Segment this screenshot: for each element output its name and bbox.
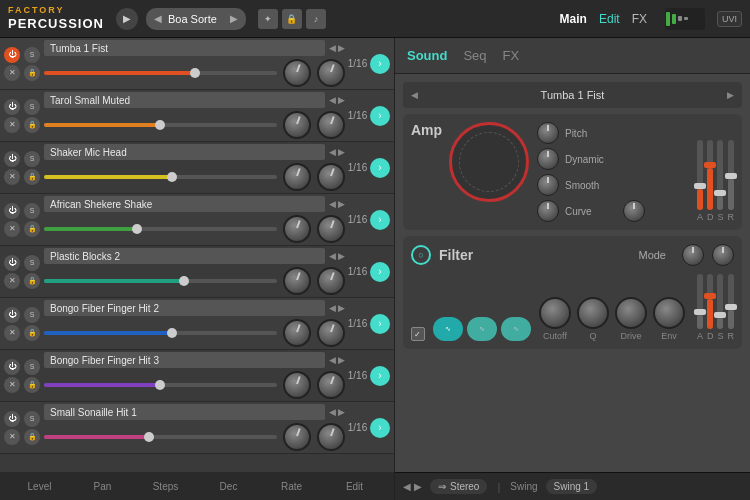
track-lock-button[interactable]: 🔒	[24, 377, 40, 393]
filter-type-hp[interactable]: ∿	[501, 317, 531, 341]
track-next-arrow[interactable]: ▶	[338, 199, 345, 209]
strip-next-button[interactable]: ▶	[414, 481, 422, 492]
track-next-arrow[interactable]: ▶	[338, 303, 345, 313]
track-pan-knob[interactable]	[283, 267, 311, 295]
filter-power-button[interactable]: ○	[411, 245, 431, 265]
track-edit-button[interactable]: ›	[370, 54, 390, 74]
lock-icon[interactable]: 🔒	[282, 9, 302, 29]
preset-next-button[interactable]: ▶	[230, 13, 238, 24]
right-nav-sound[interactable]: Sound	[407, 48, 447, 63]
filter-checkbox[interactable]: ✓	[411, 327, 425, 341]
track-knob2[interactable]	[317, 111, 345, 139]
top-nav-main[interactable]: Main	[560, 12, 587, 26]
track-lock-button[interactable]: 🔒	[24, 169, 40, 185]
track-solo-button[interactable]: S	[24, 255, 40, 271]
track-knob2[interactable]	[317, 423, 345, 451]
track-power-button[interactable]: ⏻	[4, 359, 20, 375]
track-next-arrow[interactable]: ▶	[338, 355, 345, 365]
track-prev-arrow[interactable]: ◀	[329, 43, 336, 53]
track-name[interactable]: Tumba 1 Fist	[44, 40, 325, 56]
track-power-button[interactable]: ⏻	[4, 255, 20, 271]
filter-type-bp[interactable]: ∿	[467, 317, 497, 341]
filter-r-slider[interactable]	[728, 274, 734, 329]
track-name[interactable]: Shaker Mic Head	[44, 144, 325, 160]
track-edit-button[interactable]: ›	[370, 210, 390, 230]
filter-type-lp[interactable]: ∿	[433, 317, 463, 341]
amp-r-slider[interactable]	[728, 140, 734, 210]
track-edit-button[interactable]: ›	[370, 106, 390, 126]
level-slider[interactable]	[44, 71, 277, 75]
track-mute-button[interactable]: ✕	[4, 65, 20, 81]
track-mute-button[interactable]: ✕	[4, 169, 20, 185]
track-mute-button[interactable]: ✕	[4, 377, 20, 393]
level-slider[interactable]	[44, 331, 277, 335]
track-prev-arrow[interactable]: ◀	[329, 147, 336, 157]
track-power-button[interactable]: ⏻	[4, 99, 20, 115]
track-next-arrow[interactable]: ▶	[338, 407, 345, 417]
track-power-button[interactable]: ⏻	[4, 151, 20, 167]
track-prev-arrow[interactable]: ◀	[329, 199, 336, 209]
midi-icon[interactable]: ♪	[306, 9, 326, 29]
track-pan-knob[interactable]	[283, 423, 311, 451]
track-solo-button[interactable]: S	[24, 411, 40, 427]
track-prev-arrow[interactable]: ◀	[329, 95, 336, 105]
track-lock-button[interactable]: 🔒	[24, 325, 40, 341]
filter-cutoff-knob[interactable]	[539, 297, 571, 329]
level-slider[interactable]	[44, 383, 277, 387]
level-slider[interactable]	[44, 123, 277, 127]
instrument-prev[interactable]: ◀	[411, 90, 418, 100]
amp-s-slider[interactable]	[717, 140, 723, 210]
track-power-button[interactable]: ⏻	[4, 203, 20, 219]
track-pan-knob[interactable]	[283, 215, 311, 243]
track-pan-knob[interactable]	[283, 59, 311, 87]
track-mute-button[interactable]: ✕	[4, 325, 20, 341]
track-name[interactable]: Small Sonaille Hit 1	[44, 404, 325, 420]
filter-env-knob[interactable]	[653, 297, 685, 329]
track-pan-knob[interactable]	[283, 163, 311, 191]
filter-s-slider[interactable]	[717, 274, 723, 329]
track-pan-knob[interactable]	[283, 111, 311, 139]
track-prev-arrow[interactable]: ◀	[329, 355, 336, 365]
track-next-arrow[interactable]: ▶	[338, 95, 345, 105]
filter-mode-knob2[interactable]	[712, 244, 734, 266]
top-nav-edit[interactable]: Edit	[599, 12, 620, 26]
track-prev-arrow[interactable]: ◀	[329, 251, 336, 261]
track-solo-button[interactable]: S	[24, 47, 40, 63]
track-name[interactable]: Bongo Fiber Finger Hit 3	[44, 352, 325, 368]
smooth-knob[interactable]	[537, 174, 559, 196]
track-lock-button[interactable]: 🔒	[24, 65, 40, 81]
play-button[interactable]: ▶	[116, 8, 138, 30]
track-edit-button[interactable]: ›	[370, 262, 390, 282]
amp-d-slider[interactable]	[707, 140, 713, 210]
stereo-selector[interactable]: ⇒ Stereo	[430, 479, 487, 494]
track-name[interactable]: Plastic Blocks 2	[44, 248, 325, 264]
right-nav-fx[interactable]: FX	[503, 48, 520, 63]
track-name[interactable]: Bongo Fiber Finger Hit 2	[44, 300, 325, 316]
track-lock-button[interactable]: 🔒	[24, 117, 40, 133]
track-power-button[interactable]: ⏻	[4, 307, 20, 323]
track-lock-button[interactable]: 🔒	[24, 273, 40, 289]
track-power-button[interactable]: ⏻	[4, 411, 20, 427]
level-slider[interactable]	[44, 175, 277, 179]
track-name[interactable]: Tarol Small Muted	[44, 92, 325, 108]
curve-knob1[interactable]	[537, 200, 559, 222]
level-slider[interactable]	[44, 435, 277, 439]
track-prev-arrow[interactable]: ◀	[329, 407, 336, 417]
track-knob2[interactable]	[317, 163, 345, 191]
filter-drive-knob[interactable]	[615, 297, 647, 329]
preset-prev-button[interactable]: ◀	[154, 13, 162, 24]
amp-a-slider[interactable]	[697, 140, 703, 210]
track-mute-button[interactable]: ✕	[4, 429, 20, 445]
track-solo-button[interactable]: S	[24, 307, 40, 323]
track-knob2[interactable]	[317, 215, 345, 243]
track-solo-button[interactable]: S	[24, 99, 40, 115]
track-mute-button[interactable]: ✕	[4, 221, 20, 237]
track-prev-arrow[interactable]: ◀	[329, 303, 336, 313]
track-solo-button[interactable]: S	[24, 359, 40, 375]
sparkle-icon[interactable]: ✦	[258, 9, 278, 29]
track-lock-button[interactable]: 🔒	[24, 429, 40, 445]
track-mute-button[interactable]: ✕	[4, 117, 20, 133]
track-mute-button[interactable]: ✕	[4, 273, 20, 289]
track-lock-button[interactable]: 🔒	[24, 221, 40, 237]
swing-selector[interactable]: Swing 1	[546, 479, 598, 494]
